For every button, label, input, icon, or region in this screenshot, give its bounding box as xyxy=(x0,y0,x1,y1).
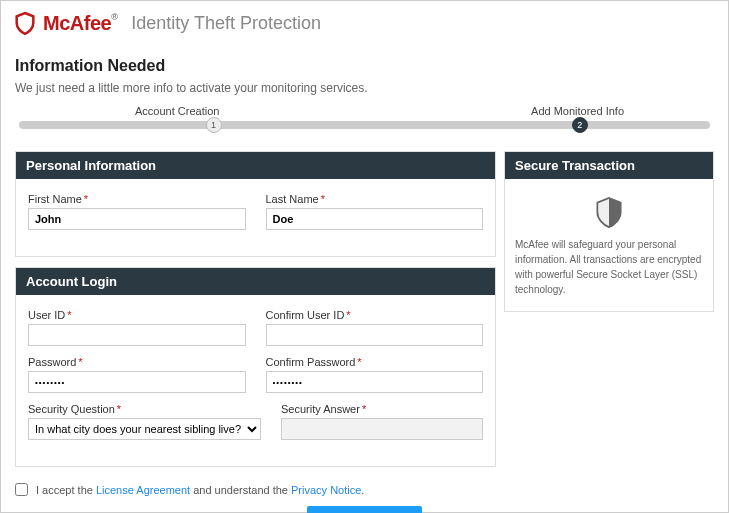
first-name-input[interactable] xyxy=(28,208,246,230)
page-description: We just need a little more info to activ… xyxy=(15,81,714,95)
security-question-select[interactable]: In what city does your nearest sibling l… xyxy=(28,418,261,440)
confirm-password-label: Confirm Password* xyxy=(266,356,484,368)
privacy-notice-link[interactable]: Privacy Notice xyxy=(291,484,361,496)
step-1-label: Account Creation xyxy=(135,105,219,117)
security-answer-input[interactable] xyxy=(281,418,483,440)
app-header: McAfee® Identity Theft Protection xyxy=(15,11,714,43)
password-label: Password* xyxy=(28,356,246,368)
page-title: Information Needed xyxy=(15,57,714,75)
personal-info-panel: Personal Information First Name* Last Na… xyxy=(15,151,496,257)
mcafee-shield-icon xyxy=(15,11,35,35)
secure-transaction-panel: Secure Transaction McAfee will safeguard… xyxy=(504,151,714,312)
confirm-password-input[interactable] xyxy=(266,371,484,393)
brand-name: McAfee® xyxy=(43,12,117,35)
step-2-label: Add Monitored Info xyxy=(531,105,624,117)
account-login-header: Account Login xyxy=(16,268,495,295)
app-subtitle: Identity Theft Protection xyxy=(131,13,321,34)
password-input[interactable] xyxy=(28,371,246,393)
secure-transaction-text: McAfee will safeguard your personal info… xyxy=(515,237,703,297)
step-1-node: 1 xyxy=(206,117,222,133)
last-name-input[interactable] xyxy=(266,208,484,230)
personal-info-header: Personal Information xyxy=(16,152,495,179)
first-name-label: First Name* xyxy=(28,193,246,205)
accept-terms-row: I accept the License Agreement and under… xyxy=(15,483,714,496)
page-container: McAfee® Identity Theft Protection Inform… xyxy=(0,0,729,513)
confirm-user-id-label: Confirm User ID* xyxy=(266,309,484,321)
security-answer-label: Security Answer* xyxy=(281,403,483,415)
account-login-panel: Account Login User ID* Confirm User ID* xyxy=(15,267,496,467)
confirm-user-id-input[interactable] xyxy=(266,324,484,346)
accept-terms-checkbox[interactable] xyxy=(15,483,28,496)
accept-terms-text: I accept the License Agreement and under… xyxy=(36,484,364,496)
create-account-button[interactable]: Create Account xyxy=(307,506,421,513)
user-id-input[interactable] xyxy=(28,324,246,346)
secure-transaction-header: Secure Transaction xyxy=(505,152,713,179)
progress-stepper: Account Creation Add Monitored Info 1 2 xyxy=(15,105,714,145)
license-agreement-link[interactable]: License Agreement xyxy=(96,484,190,496)
shield-icon xyxy=(595,195,623,229)
user-id-label: User ID* xyxy=(28,309,246,321)
security-question-label: Security Question* xyxy=(28,403,261,415)
last-name-label: Last Name* xyxy=(266,193,484,205)
step-2-node: 2 xyxy=(572,117,588,133)
